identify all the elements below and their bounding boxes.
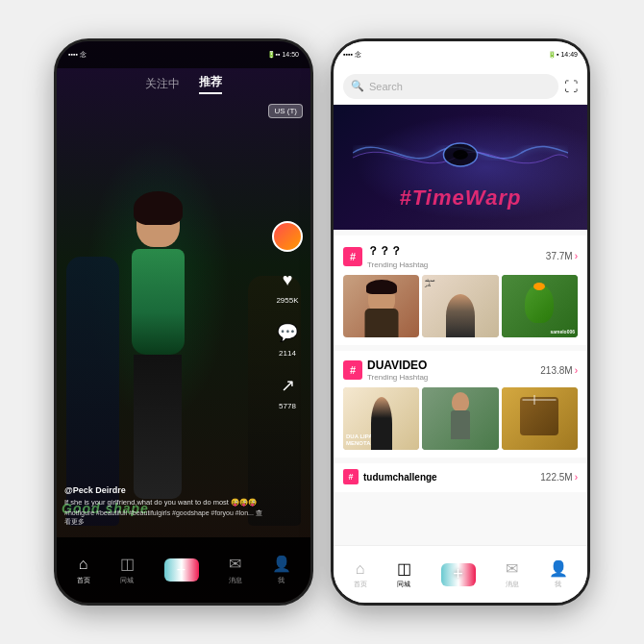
messages-icon: ✉ [229,555,241,573]
trending-sub-2: Trending Hashtag [367,373,428,382]
thumb-grid-1: صدیقهنادر samelo006 [343,275,578,337]
comment-icon: 💬 [273,318,302,347]
thumb-2-3[interactable] [502,387,578,450]
comment-count: 2114 [279,349,296,358]
share-count: 5778 [279,402,296,410]
heart-button[interactable]: ♥ 2955K [273,265,302,305]
trending-sub-1: Trending Hashtag [367,260,428,269]
expand-icon[interactable]: ⛶ [564,79,578,94]
figure-legs [134,355,182,499]
share-button[interactable]: ↗ 5778 [273,371,302,410]
right-status-left: ▪▪▪▪ 念 [343,50,361,60]
right-profile-label: 我 [555,580,561,589]
trending-arrow-2: › [575,365,578,376]
home-icon: ⌂ [79,556,88,573]
right-nav-create[interactable] [441,563,476,586]
discover-icon: ◫ [120,555,135,573]
action-buttons: ♥ 2955K 💬 2114 ↗ 5778 [272,221,303,410]
nav-create[interactable]: + [164,558,199,582]
hash-icon-3: # [343,469,359,484]
heart-icon: ♥ [273,265,302,294]
search-icon: 🔍 [351,80,364,92]
right-create-button[interactable] [441,563,476,586]
nav-profile[interactable]: 👤 我 [272,555,291,585]
hash-icon-1: # [343,247,362,266]
right-discover-label: 同城 [397,580,410,589]
right-phone: ▪▪▪▪ 念 🔋▪ 14:49 🔍 Search ⛶ [331,38,590,606]
nav-home[interactable]: ⌂ 首页 [77,556,90,585]
trending-name-2: DUAVIDEO [367,359,428,372]
svg-point-1 [453,150,468,160]
figure-hair [134,191,183,225]
create-button[interactable]: + [164,558,199,582]
right-home-label: 首页 [354,580,367,589]
tudum-name: tudumchallenge [363,472,437,483]
nav-discover[interactable]: ◫ 同城 [120,555,135,585]
trending-count-2: 213.8M › [540,365,578,376]
right-home-icon: ⌂ [356,560,365,578]
right-nav-messages[interactable]: ✉ 消息 [506,559,519,589]
figure-body [132,249,185,355]
trending-name-area-1: ？？？ Trending Hashtag [367,243,428,269]
thumb-2-2[interactable] [422,387,498,450]
main-figure [110,199,206,526]
search-input-area[interactable]: 🔍 Search [343,74,558,99]
right-profile-icon: 👤 [549,559,568,578]
profile-icon: 👤 [272,555,291,573]
tudum-arrow: › [575,472,578,483]
right-nav-profile[interactable]: 👤 我 [549,559,568,589]
trending-section-1: # ？？？ Trending Hashtag 37.7M › [334,235,587,345]
thumb-1-2[interactable]: صدیقهنادر [422,275,498,337]
trending-name-area-2: DUAVIDEO Trending Hashtag [367,359,428,382]
tudumchallenge-row: # tudumchallenge 122.5M › [334,463,587,492]
thumb-1-3[interactable]: samelo006 [502,275,578,337]
right-status-bar: ▪▪▪▪ 念 🔋▪ 14:49 [334,41,587,68]
thumb-grid-2: DUA LIPAMENOTA [343,387,578,450]
caption-hashtags: #hotfigure #beautifull #beautifulgirls #… [64,508,267,526]
right-nav-home[interactable]: ⌂ 首页 [354,560,367,589]
thumb-1-1[interactable] [343,275,419,337]
comment-button[interactable]: 💬 2114 [273,318,302,358]
messages-label: 消息 [229,576,242,585]
right-messages-label: 消息 [506,580,519,589]
discover-label: 同城 [120,576,134,585]
tudum-info: tudumchallenge [363,472,437,483]
parrot-shape [525,285,554,323]
trending-header-1: # ？？？ Trending Hashtag 37.7M › [343,243,578,269]
trending-count-1: 37.7M › [546,251,578,261]
trending-header-2: # DUAVIDEO Trending Hashtag 213.8M › [343,359,578,382]
right-nav-discover[interactable]: ◫ 同城 [397,559,411,589]
left-bottom-nav: ⌂ 首页 ◫ 同城 + ✉ 消息 👤 我 [57,537,310,603]
tudum-left: # tudumchallenge [343,469,437,484]
share-icon: ↗ [273,371,302,400]
trending-section-2: # DUAVIDEO Trending Hashtag 213.8M › [334,351,587,458]
video-caption: @Peck Deirdre If she is your girlfriend,… [64,485,267,526]
right-status-right: 🔋▪ 14:49 [548,51,578,59]
dua-lipa-text: DUA LIPAMENOTA [346,433,373,447]
left-status-bar: ▪▪▪▪ 念 🔋▪▪ 14:50 [57,41,310,68]
left-status-left: ▪▪▪▪ 念 [68,50,87,60]
left-status-right: 🔋▪▪ 14:50 [267,51,299,59]
tab-recommended[interactable]: 推荐 [199,74,222,94]
heart-count: 2955K [276,296,298,305]
trending-left-2: # DUAVIDEO Trending Hashtag [343,359,428,382]
thumb-2-1[interactable]: DUA LIPAMENOTA [343,387,419,450]
hero-banner: #TimeWarp [334,105,587,230]
left-phone: ▪▪▪▪ 念 🔋▪▪ 14:50 关 [54,38,313,606]
right-discover-screen: 🔍 Search ⛶ [334,41,587,603]
left-video-screen: 关注中 推荐 US (T) ♥ 2955K 💬 2114 ↗ 5778 [57,41,310,603]
search-bar: 🔍 Search ⛶ [334,68,587,105]
us-badge: US (T) [268,104,303,118]
tudum-count: 122.5M › [540,472,578,483]
caption-text: If she is your girlfriend,what do you wa… [64,498,267,508]
tab-following[interactable]: 关注中 [145,76,180,92]
trending-arrow-1: › [575,251,578,261]
figure-head [136,199,180,247]
right-messages-icon: ✉ [506,559,518,578]
nav-messages[interactable]: ✉ 消息 [229,555,242,585]
search-placeholder-text: Search [369,81,403,92]
hero-title: #TimeWarp [334,186,587,211]
creator-avatar[interactable] [272,221,303,252]
profile-label: 我 [278,576,285,585]
trending-name-1: ？？？ [367,243,428,260]
